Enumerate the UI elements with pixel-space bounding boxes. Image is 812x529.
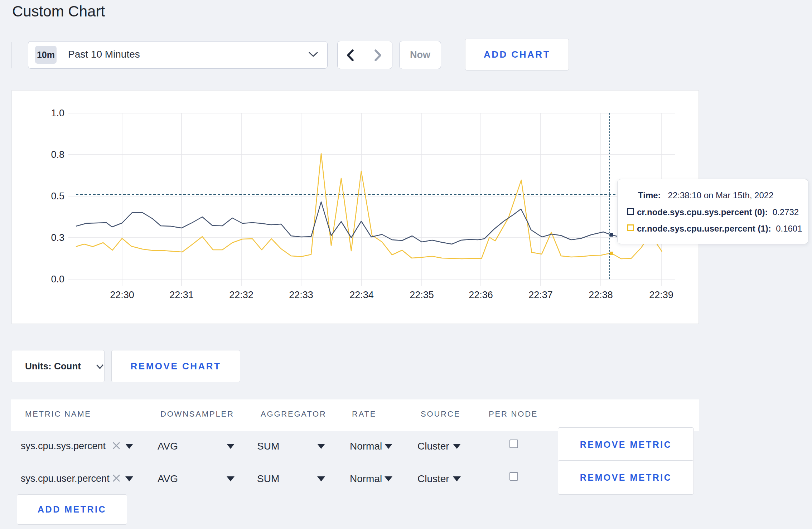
svg-text:0.3: 0.3: [51, 232, 64, 243]
svg-text:22:36: 22:36: [469, 290, 493, 300]
svg-text:0.5: 0.5: [51, 191, 64, 202]
svg-text:22:30: 22:30: [110, 290, 134, 300]
svg-text:22:39: 22:39: [649, 290, 673, 300]
svg-text:22:37: 22:37: [528, 290, 553, 300]
svg-text:22:31: 22:31: [169, 290, 194, 300]
svg-text:22:38: 22:38: [589, 290, 613, 300]
svg-text:22:32: 22:32: [229, 290, 253, 300]
svg-text:22:34: 22:34: [349, 290, 374, 300]
svg-text:22:35: 22:35: [410, 290, 434, 300]
svg-text:22:33: 22:33: [289, 290, 313, 300]
svg-text:0.8: 0.8: [51, 149, 64, 160]
svg-text:1.0: 1.0: [51, 108, 64, 118]
svg-text:0.0: 0.0: [51, 274, 64, 285]
